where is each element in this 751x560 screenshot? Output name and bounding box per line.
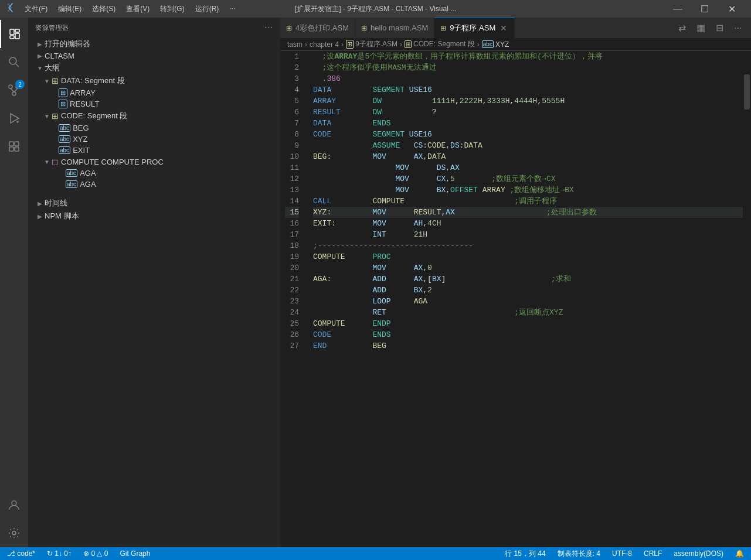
minimize-button[interactable]: — [664, 0, 691, 18]
breadcrumb-tasm[interactable]: tasm [287, 40, 303, 49]
close-button[interactable]: ✕ [718, 0, 745, 18]
sidebar-item-beg[interactable]: abc BEG [28, 122, 280, 134]
code-line-13: MOV BX,OFFSET ARRAY ;数组偏移地址→BX [313, 185, 743, 196]
code-line-2: ;这个程序似乎使用MASM无法通过 [313, 62, 743, 73]
menu-bar: 文件(F) 编辑(E) 选择(S) 查看(V) 转到(G) 运行(R) ··· [20, 3, 240, 15]
expand-arrow-icon: ▼ [35, 65, 45, 71]
status-encoding[interactable]: UTF-8 [610, 549, 634, 558]
menu-select[interactable]: 选择(S) [87, 3, 120, 15]
menu-file[interactable]: 文件(F) [20, 3, 52, 15]
sidebar-item-array[interactable]: ⊞ ARRAY [28, 87, 280, 98]
tab-close-button[interactable]: ✕ [499, 23, 508, 33]
file-icon: ⊞ [440, 24, 446, 32]
code-line-23: LOOP AGA [313, 296, 743, 307]
code-line-12: MOV CX,5 ;数组元素个数→CX [313, 173, 743, 185]
titlebar-left: 文件(F) 编辑(E) 选择(S) 查看(V) 转到(G) 运行(R) ··· [6, 3, 240, 15]
section-label: 大纲 [45, 63, 60, 73]
file-icon: ⊞ [361, 24, 367, 32]
breadcrumb-file[interactable]: ⊞ 9子程序.ASM [346, 39, 397, 49]
tab-hellomasm[interactable]: ⊞ hello masm.ASM [355, 18, 434, 38]
sidebar-item-compute-proc[interactable]: ▼ ◻ COMPUTE COMPUTE PROC [28, 156, 280, 168]
menu-view[interactable]: 查看(V) [121, 3, 154, 15]
sidebar-section-timeline[interactable]: ▶ 时间线 [28, 197, 280, 210]
menu-run[interactable]: 运行(R) [191, 3, 224, 15]
svg-point-8 [12, 92, 16, 95]
menu-edit[interactable]: 编辑(E) [53, 3, 86, 15]
sidebar-more-button[interactable]: ··· [264, 22, 273, 33]
code-line-3: .386 [313, 73, 743, 84]
activity-settings[interactable] [0, 519, 28, 547]
code-line-27: END BEG [313, 340, 743, 351]
sidebar-item-xyz[interactable]: abc XYZ [28, 134, 280, 145]
menu-goto[interactable]: 转到(G) [155, 3, 189, 15]
status-language[interactable]: assembly(DOS) [671, 549, 726, 558]
activity-search[interactable] [0, 48, 28, 76]
sidebar-item-aga-2[interactable]: abc AGA [28, 179, 280, 190]
status-sync[interactable]: ↻ 1↓ 0↑ [45, 549, 74, 558]
sidebar-item-data-segment[interactable]: ▼ ⊞ DATA: Segment 段 [28, 74, 280, 87]
svg-rect-15 [15, 142, 19, 146]
status-branch[interactable]: ⎇ code* [5, 549, 38, 558]
code-line-15: XYZ: MOV RESULT,AX ;处理出口参数 [313, 207, 743, 218]
sidebar-section-npm[interactable]: ▶ NPM 脚本 [28, 210, 280, 223]
sidebar-item-aga-1[interactable]: abc AGA [28, 168, 280, 179]
activity-run[interactable] [0, 104, 28, 132]
tab-4colorprint[interactable]: ⊞ 4彩色打印.ASM [280, 18, 355, 38]
split-editor-button[interactable]: ⊟ [711, 20, 728, 36]
svg-point-19 [12, 531, 16, 535]
code-area[interactable]: ;设ARRAY是5个字元素的数组，用子程序计算数组元素的累加和(不计进位），并将… [308, 51, 743, 547]
status-bar: ⎇ code* ↻ 1↓ 0↑ ⊗ 0 △ 0 Git Graph 行 15，列… [0, 547, 751, 560]
activity-scm[interactable]: 2 [0, 76, 28, 104]
tree-item-label: COMPUTE COMPUTE PROC [61, 158, 164, 166]
status-eol[interactable]: CRLF [641, 549, 664, 558]
tab-9subprogram[interactable]: ⊞ 9子程序.ASM ✕ [434, 18, 515, 38]
tree-item-label: DATA: Segment 段 [61, 76, 125, 86]
status-notifications[interactable]: 🔔 [733, 549, 746, 558]
more-actions-button[interactable]: ··· [730, 20, 746, 36]
toggle-panel-button[interactable]: ▦ [692, 20, 709, 36]
maximize-button[interactable]: ☐ [691, 0, 718, 18]
scrollbar-thumb[interactable] [744, 74, 750, 110]
sidebar-section-cltasm[interactable]: ▶ CLTASM [28, 50, 280, 62]
activity-explorer[interactable] [0, 20, 28, 48]
svg-rect-0 [10, 29, 14, 35]
breadcrumb-chapter4[interactable]: chapter 4 [310, 40, 339, 49]
compare-button[interactable]: ⇄ [674, 20, 690, 36]
tree-item-label: BEG [73, 124, 89, 132]
section-label: CLTASM [45, 52, 74, 60]
svg-rect-3 [10, 36, 14, 39]
status-git-graph[interactable]: Git Graph [117, 549, 152, 558]
vscode-icon [6, 3, 15, 15]
tree-item-label: CODE: Segment 段 [61, 111, 127, 121]
editor-content: 123456 789101112 131415 161718192021 222… [280, 51, 751, 547]
activity-account[interactable] [0, 491, 28, 519]
sidebar-section-open-editors[interactable]: ▶ 打开的编辑器 [28, 37, 280, 50]
label-icon: abc [59, 146, 70, 154]
sidebar-item-result[interactable]: ⊞ RESULT [28, 98, 280, 110]
tree-item-label: RESULT [70, 100, 99, 108]
breadcrumb-code-segment[interactable]: ⊞ CODE: Segment 段 [405, 39, 475, 49]
expand-arrow-icon: ▼ [42, 78, 52, 84]
status-position[interactable]: 行 15，列 44 [502, 549, 548, 559]
breadcrumb-sep-1: › [305, 40, 307, 49]
menu-more[interactable]: ··· [225, 3, 240, 15]
line-numbers: 123456 789101112 131415 161718192021 222… [280, 51, 308, 547]
section-label: NPM 脚本 [45, 211, 79, 221]
code-line-7: DATA ENDS [313, 118, 743, 129]
vertical-scrollbar[interactable] [743, 51, 751, 547]
status-left: ⎇ code* ↻ 1↓ 0↑ ⊗ 0 △ 0 Git Graph [5, 549, 152, 558]
tab-label: 9子程序.ASM [450, 23, 495, 33]
status-errors[interactable]: ⊗ 0 △ 0 [81, 549, 110, 558]
svg-point-18 [12, 501, 16, 506]
sidebar-section-outline[interactable]: ▼ 大纲 [28, 62, 280, 74]
svg-line-9 [11, 88, 14, 92]
activity-extensions[interactable] [0, 132, 28, 161]
breadcrumb-xyz[interactable]: abc XYZ [482, 40, 509, 49]
status-tab-size[interactable]: 制表符长度: 4 [555, 549, 603, 559]
sidebar-item-code-segment[interactable]: ▼ ⊞ CODE: Segment 段 [28, 110, 280, 122]
sidebar-item-exit[interactable]: abc EXIT [28, 145, 280, 156]
code-line-24: RET ;返回断点XYZ [313, 307, 743, 318]
svg-rect-14 [9, 142, 13, 146]
main-area: 2 资源管理器 ··· ▶ 打开的编辑器 ▶ [0, 18, 751, 547]
collapse-arrow-icon: ▶ [35, 213, 45, 220]
